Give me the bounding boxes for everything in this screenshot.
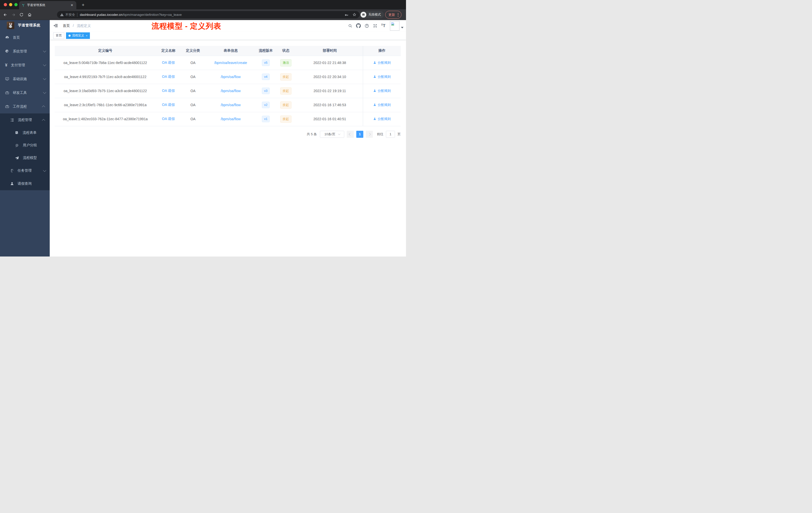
pagination-total: 共 5 条 — [307, 132, 317, 137]
col-definition-category: 定义分类 — [181, 46, 205, 56]
definition-category: OA — [181, 112, 205, 126]
workflow-submenu: 流程管理 流程表单 用户分组 — [0, 114, 50, 190]
page-annotation: 流程模型 - 定义列表 — [50, 21, 323, 31]
assign-rule-label: 分配规则 — [378, 60, 391, 65]
window-zoom-button[interactable] — [14, 3, 18, 6]
assign-rule-button[interactable]: 分配规则 — [373, 74, 391, 79]
window-close-button[interactable] — [4, 3, 7, 6]
sidebar-item-label: 工作流程 — [13, 104, 27, 109]
browser-window: 芋道管理系统 ✕ + 不安全 dashboard.yudao.iocoder.c… — [0, 0, 406, 256]
window-minimize-button[interactable] — [9, 3, 12, 6]
definition-name-link[interactable]: OA 请假 — [162, 117, 175, 121]
chrome-menu-icon[interactable] — [397, 13, 399, 17]
browser-tab[interactable]: 芋道管理系统 ✕ — [19, 1, 76, 9]
flow-icon — [10, 169, 14, 173]
current-page-button[interactable]: 1 — [356, 131, 363, 138]
chrome-update-button[interactable]: 更新 — [385, 11, 402, 19]
col-definition-id: 定义编号 — [55, 46, 156, 56]
sidebar-item-workflow[interactable]: 工作流程 — [0, 100, 50, 114]
goto-page-input[interactable] — [386, 131, 395, 138]
reload-icon[interactable] — [18, 11, 25, 18]
table-row: oa_leave:3:1fad3d93-7b75-11ec-a3c8-acde4… — [55, 84, 401, 98]
definition-name-link[interactable]: OA 请假 — [162, 74, 175, 79]
sidebar-item-process-model[interactable]: 流程模型 — [0, 152, 50, 164]
github-icon[interactable] — [354, 23, 362, 28]
form-link[interactable]: /bpm/oa/flow — [221, 89, 240, 93]
definition-name-link[interactable]: OA 请假 — [162, 60, 175, 64]
sidebar-item-infra[interactable]: 基础设施 — [0, 72, 50, 86]
chevron-up-icon — [42, 119, 45, 122]
form-link[interactable]: /bpm/oa/flow — [221, 75, 240, 79]
tag-process-definition[interactable]: 流程定义 × — [66, 32, 90, 39]
assign-rule-button[interactable]: 分配规则 — [373, 89, 391, 93]
update-label: 更新 — [388, 12, 395, 17]
favicon-sprout-icon — [22, 3, 25, 7]
tab-title: 芋道管理系统 — [27, 3, 70, 7]
sidebar-item-devtools[interactable]: 研发工具 — [0, 86, 50, 100]
table-row: oa_leave:5:004b710b-7b8a-11ec-8ef0-acde4… — [55, 56, 401, 70]
form-link[interactable]: /bpm/oa/flow — [221, 103, 240, 107]
sidebar-logo-row[interactable]: 🐰 芋道管理系统 — [0, 20, 50, 31]
definition-id: oa_leave:2:3c1f0ef1-76b1-11ec-9c66-a2380… — [55, 98, 156, 112]
assign-rule-label: 分配规则 — [378, 103, 391, 107]
page-size-value: 10条/页 — [324, 132, 336, 137]
sidebar-item-home[interactable]: 首页 — [0, 31, 50, 44]
pagination: 共 5 条 10条/页 1 前往 页 — [55, 131, 401, 138]
assign-rule-button[interactable]: 分配规则 — [373, 117, 391, 121]
definition-name-link[interactable]: OA 请假 — [162, 103, 175, 107]
sidebar-item-label: 研发工具 — [13, 91, 27, 95]
chevron-down-icon — [43, 63, 46, 66]
sidebar-item-user-group[interactable]: 用户分组 — [0, 139, 50, 152]
deploy-time: 2022-01-22 19:19:11 — [296, 84, 363, 98]
definition-name-link[interactable]: OA 请假 — [162, 89, 175, 93]
col-form-info: 表单信息 — [205, 46, 256, 56]
page-content: 定义编号 定义名称 定义分类 表单信息 流程版本 状态 部署时间 操作 oa_l… — [50, 40, 406, 138]
sidebar-item-process-management[interactable]: 流程管理 — [0, 114, 50, 126]
forward-icon[interactable] — [10, 11, 17, 18]
help-icon[interactable] — [362, 24, 371, 28]
prev-page-button[interactable] — [347, 131, 354, 138]
chevron-down-icon — [43, 49, 46, 53]
chevron-down-icon — [43, 169, 46, 172]
password-key-icon[interactable] — [345, 12, 349, 17]
sidebar-item-task-management[interactable]: 任务管理 — [0, 164, 50, 177]
back-icon[interactable] — [2, 11, 8, 18]
url-path: /bpm/manager/definition?key=oa_leave — [122, 13, 182, 17]
home-icon[interactable] — [26, 11, 33, 18]
not-secure-warning-icon — [60, 13, 64, 17]
tag-home[interactable]: 首页 — [53, 32, 64, 39]
search-icon[interactable] — [346, 24, 354, 28]
dashboard-icon — [5, 35, 9, 40]
version-badge: v1 — [262, 116, 270, 122]
tag-close-icon[interactable]: × — [86, 34, 87, 37]
fullscreen-icon[interactable] — [371, 24, 379, 28]
font-size-icon[interactable]: TT — [379, 23, 387, 28]
avatar[interactable] — [390, 21, 400, 31]
incognito-icon — [360, 12, 366, 18]
sidebar-item-process-form[interactable]: 流程表单 — [0, 126, 50, 139]
sidebar-item-leave-query[interactable]: 请假查询 — [0, 177, 50, 190]
bookmark-star-icon[interactable] — [352, 12, 356, 17]
version-badge: v3 — [262, 88, 270, 94]
form-link[interactable]: /bpm/oa/leave/create — [214, 61, 247, 65]
url-host: dashboard.yudao.iocoder.cn — [80, 13, 122, 17]
assign-rule-label: 分配规则 — [378, 74, 391, 79]
assign-rule-button[interactable]: 分配规则 — [373, 103, 391, 107]
url-bar[interactable]: 不安全 dashboard.yudao.iocoder.cn/bpm/manag… — [57, 11, 359, 18]
avatar-caret-icon[interactable] — [401, 27, 404, 28]
definition-id: oa_leave:4:991f2193-7b7f-11ec-a3c8-acde4… — [55, 70, 156, 84]
page-size-select[interactable]: 10条/页 — [320, 131, 344, 138]
tag-label: 流程定义 — [72, 33, 84, 38]
sidebar-item-payment[interactable]: ¥ 支付管理 — [0, 58, 50, 72]
col-definition-name: 定义名称 — [156, 46, 181, 56]
form-link[interactable]: /bpm/oa/flow — [221, 117, 240, 121]
assign-rule-label: 分配规则 — [378, 117, 391, 121]
new-tab-button[interactable]: + — [80, 2, 86, 8]
definition-id: oa_leave:3:1fad3d93-7b75-11ec-a3c8-acde4… — [55, 84, 156, 98]
gear-icon — [5, 49, 9, 54]
next-page-button[interactable] — [366, 131, 373, 138]
sidebar-item-system[interactable]: 系统管理 — [0, 44, 50, 58]
assign-rule-button[interactable]: 分配规则 — [373, 60, 391, 65]
not-secure-label[interactable]: 不安全 — [65, 12, 75, 17]
tab-close-icon[interactable]: ✕ — [70, 3, 74, 7]
